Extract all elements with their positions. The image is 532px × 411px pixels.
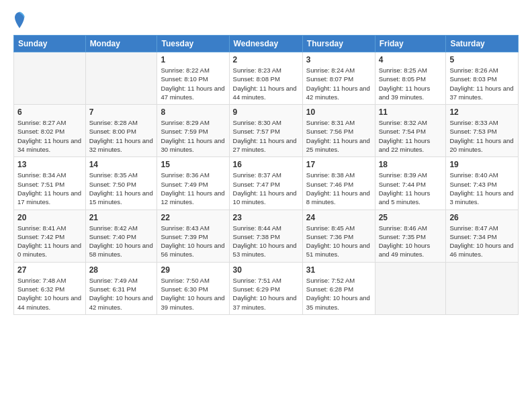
day-number: 11 [379,107,443,117]
calendar-header-row: SundayMondayTuesdayWednesdayThursdayFrid… [14,36,519,52]
day-info: Sunrise: 8:43 AM Sunset: 7:39 PM Dayligh… [161,224,225,259]
day-info: Sunrise: 8:31 AM Sunset: 7:56 PM Dayligh… [306,118,371,154]
day-number: 19 [449,160,515,169]
day-info: Sunrise: 8:35 AM Sunset: 7:50 PM Dayligh… [89,171,154,206]
day-cell: 20Sunrise: 8:41 AM Sunset: 7:42 PM Dayli… [14,210,86,262]
day-number: 5 [449,55,515,64]
day-number: 7 [89,107,154,117]
day-cell: 30Sunrise: 7:51 AM Sunset: 6:29 PM Dayli… [229,262,302,314]
day-cell: 17Sunrise: 8:38 AM Sunset: 7:46 PM Dayli… [302,157,375,210]
col-header-tuesday: Tuesday [157,36,229,52]
day-number: 25 [379,213,443,222]
day-cell: 31Sunrise: 7:52 AM Sunset: 6:28 PM Dayli… [302,262,375,314]
logo [13,11,27,30]
col-header-friday: Friday [375,36,446,52]
day-info: Sunrise: 8:44 AM Sunset: 7:38 PM Dayligh… [233,224,299,259]
day-info: Sunrise: 8:39 AM Sunset: 7:44 PM Dayligh… [379,171,443,206]
day-cell: 4Sunrise: 8:25 AM Sunset: 8:05 PM Daylig… [375,52,446,105]
col-header-wednesday: Wednesday [229,36,302,52]
week-row-2: 6Sunrise: 8:27 AM Sunset: 8:02 PM Daylig… [14,105,519,157]
day-cell: 12Sunrise: 8:33 AM Sunset: 7:53 PM Dayli… [446,105,519,157]
day-info: Sunrise: 8:47 AM Sunset: 7:34 PM Dayligh… [449,224,515,259]
week-row-5: 27Sunrise: 7:48 AM Sunset: 6:32 PM Dayli… [14,262,519,314]
day-cell: 23Sunrise: 8:44 AM Sunset: 7:38 PM Dayli… [229,210,302,262]
day-info: Sunrise: 7:52 AM Sunset: 6:28 PM Dayligh… [306,276,371,312]
day-cell: 14Sunrise: 8:35 AM Sunset: 7:50 PM Dayli… [85,157,157,210]
day-cell: 11Sunrise: 8:32 AM Sunset: 7:54 PM Dayli… [375,105,446,157]
day-number: 8 [161,107,225,117]
day-cell: 5Sunrise: 8:26 AM Sunset: 8:03 PM Daylig… [446,52,519,105]
day-number: 27 [17,265,82,275]
day-number: 13 [17,160,82,169]
day-info: Sunrise: 8:38 AM Sunset: 7:46 PM Dayligh… [306,171,371,206]
day-cell: 24Sunrise: 8:45 AM Sunset: 7:36 PM Dayli… [302,210,375,262]
day-cell: 21Sunrise: 8:42 AM Sunset: 7:40 PM Dayli… [85,210,157,262]
day-info: Sunrise: 8:45 AM Sunset: 7:36 PM Dayligh… [306,224,371,259]
day-cell [375,262,446,314]
day-info: Sunrise: 8:40 AM Sunset: 7:43 PM Dayligh… [449,171,515,206]
day-number: 2 [233,55,299,64]
day-info: Sunrise: 8:42 AM Sunset: 7:40 PM Dayligh… [89,224,154,259]
day-info: Sunrise: 8:28 AM Sunset: 8:00 PM Dayligh… [89,118,154,154]
day-cell: 19Sunrise: 8:40 AM Sunset: 7:43 PM Dayli… [446,157,519,210]
day-info: Sunrise: 7:49 AM Sunset: 6:31 PM Dayligh… [89,276,154,312]
day-info: Sunrise: 8:30 AM Sunset: 7:57 PM Dayligh… [233,118,299,154]
day-info: Sunrise: 8:46 AM Sunset: 7:35 PM Dayligh… [379,224,443,259]
day-info: Sunrise: 8:32 AM Sunset: 7:54 PM Dayligh… [379,118,443,154]
day-number: 24 [306,213,371,222]
logo-icon [13,11,26,30]
day-number: 14 [89,160,154,169]
day-cell [85,52,157,105]
day-cell: 15Sunrise: 8:36 AM Sunset: 7:49 PM Dayli… [157,157,229,210]
day-number: 29 [161,265,225,275]
day-cell: 8Sunrise: 8:29 AM Sunset: 7:59 PM Daylig… [157,105,229,157]
day-number: 18 [379,160,443,169]
page: SundayMondayTuesdayWednesdayThursdayFrid… [0,0,532,326]
day-number: 9 [233,107,299,117]
day-info: Sunrise: 8:36 AM Sunset: 7:49 PM Dayligh… [161,171,225,206]
day-number: 12 [449,107,515,117]
day-number: 6 [17,107,82,117]
day-cell: 6Sunrise: 8:27 AM Sunset: 8:02 PM Daylig… [14,105,86,157]
day-cell: 9Sunrise: 8:30 AM Sunset: 7:57 PM Daylig… [229,105,302,157]
day-cell: 7Sunrise: 8:28 AM Sunset: 8:00 PM Daylig… [85,105,157,157]
header [13,11,519,30]
col-header-sunday: Sunday [14,36,86,52]
day-cell [446,262,519,314]
day-info: Sunrise: 7:48 AM Sunset: 6:32 PM Dayligh… [17,276,82,312]
day-cell: 27Sunrise: 7:48 AM Sunset: 6:32 PM Dayli… [14,262,86,314]
day-info: Sunrise: 8:33 AM Sunset: 7:53 PM Dayligh… [449,118,515,154]
day-number: 17 [306,160,371,169]
day-number: 31 [306,265,371,275]
day-cell: 10Sunrise: 8:31 AM Sunset: 7:56 PM Dayli… [302,105,375,157]
day-number: 1 [161,55,225,64]
day-info: Sunrise: 8:34 AM Sunset: 7:51 PM Dayligh… [17,171,82,206]
day-number: 20 [17,213,82,222]
day-cell: 22Sunrise: 8:43 AM Sunset: 7:39 PM Dayli… [157,210,229,262]
day-info: Sunrise: 8:26 AM Sunset: 8:03 PM Dayligh… [449,66,515,101]
day-info: Sunrise: 8:41 AM Sunset: 7:42 PM Dayligh… [17,224,82,259]
week-row-3: 13Sunrise: 8:34 AM Sunset: 7:51 PM Dayli… [14,157,519,210]
day-cell: 13Sunrise: 8:34 AM Sunset: 7:51 PM Dayli… [14,157,86,210]
day-info: Sunrise: 8:23 AM Sunset: 8:08 PM Dayligh… [233,66,299,101]
day-info: Sunrise: 8:24 AM Sunset: 8:07 PM Dayligh… [306,66,371,101]
day-number: 23 [233,213,299,222]
day-cell: 29Sunrise: 7:50 AM Sunset: 6:30 PM Dayli… [157,262,229,314]
day-info: Sunrise: 7:51 AM Sunset: 6:29 PM Dayligh… [233,276,299,312]
day-cell [14,52,86,105]
calendar: SundayMondayTuesdayWednesdayThursdayFrid… [13,35,519,315]
col-header-saturday: Saturday [446,36,519,52]
day-cell: 28Sunrise: 7:49 AM Sunset: 6:31 PM Dayli… [85,262,157,314]
day-cell: 1Sunrise: 8:22 AM Sunset: 8:10 PM Daylig… [157,52,229,105]
day-cell: 18Sunrise: 8:39 AM Sunset: 7:44 PM Dayli… [375,157,446,210]
day-cell: 3Sunrise: 8:24 AM Sunset: 8:07 PM Daylig… [302,52,375,105]
week-row-4: 20Sunrise: 8:41 AM Sunset: 7:42 PM Dayli… [14,210,519,262]
day-number: 28 [89,265,154,275]
day-info: Sunrise: 8:22 AM Sunset: 8:10 PM Dayligh… [161,66,225,101]
day-number: 4 [379,55,443,64]
day-cell: 2Sunrise: 8:23 AM Sunset: 8:08 PM Daylig… [229,52,302,105]
day-number: 15 [161,160,225,169]
day-info: Sunrise: 7:50 AM Sunset: 6:30 PM Dayligh… [161,276,225,312]
day-number: 22 [161,213,225,222]
day-number: 3 [306,55,371,64]
